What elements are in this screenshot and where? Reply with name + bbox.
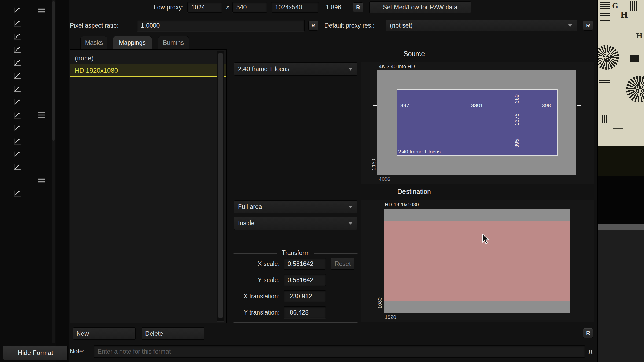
format-list-item-hd1920[interactable]: HD 1920x1080 xyxy=(70,64,226,77)
destination-preview-panel: HD 1920x1080 1080 1920 xyxy=(361,200,594,322)
default-proxy-reset-button[interactable]: R xyxy=(583,21,593,31)
low-proxy-label: Low proxy: xyxy=(134,0,184,14)
curve-icon[interactable] xyxy=(13,71,22,80)
pixel-aspect-input[interactable] xyxy=(137,20,305,31)
source-mapping-select[interactable]: 2.40 frame + focus xyxy=(234,62,357,76)
chart-letter-h: H xyxy=(621,10,628,20)
new-format-button[interactable]: New xyxy=(73,327,136,340)
x-translation-input[interactable] xyxy=(284,290,326,302)
chart-black-patch xyxy=(630,55,639,62)
destination-total-height: 1080 xyxy=(377,295,383,311)
set-medlow-raw-button[interactable]: Set Med/Low for RAW data xyxy=(369,1,471,13)
source-frame-label: 2.40 frame + focus xyxy=(398,149,441,155)
proxy-reset-button[interactable]: R xyxy=(353,2,363,12)
note-input[interactable] xyxy=(94,345,585,358)
curve-icon[interactable] xyxy=(13,98,22,107)
x-scale-input[interactable] xyxy=(284,258,326,270)
chart-line-block xyxy=(630,1,638,11)
y-translation-input[interactable] xyxy=(284,306,326,318)
measure-center-width: 3301 xyxy=(464,102,491,109)
low-proxy-height-input[interactable] xyxy=(232,2,267,13)
pi-symbol[interactable]: π xyxy=(588,345,593,358)
chevron-down-icon xyxy=(568,24,572,27)
viewer-gray-strip xyxy=(598,224,644,230)
measure-center-height: 1376 xyxy=(514,112,520,128)
source-preview-panel: 4K 2.40 into HD 397 3301 398 389 1376 39… xyxy=(361,62,594,184)
destination-fit-select[interactable]: Inside xyxy=(234,217,357,230)
sidebar-scrollbar-thumb[interactable] xyxy=(52,1,55,141)
curve-icon[interactable] xyxy=(13,19,22,28)
x-scale-label: X scale: xyxy=(236,258,280,270)
source-preview-caption: 4K 2.40 into HD xyxy=(379,64,415,69)
chart-letter-h: H xyxy=(636,31,642,40)
curve-icon[interactable] xyxy=(13,150,22,159)
tab-mappings[interactable]: Mappings xyxy=(113,36,152,49)
reset-transform-button[interactable]: Reset xyxy=(331,258,354,270)
destination-area-value: Full area xyxy=(238,203,262,210)
curve-icon[interactable] xyxy=(13,58,22,67)
right-center-tick xyxy=(577,105,581,106)
delete-format-button[interactable]: Delete xyxy=(142,327,204,340)
curve-icon[interactable] xyxy=(13,111,22,120)
sidebar-scrollbar[interactable] xyxy=(52,0,55,343)
tab-masks[interactable]: Masks xyxy=(80,36,107,49)
destination-area-select[interactable]: Full area xyxy=(234,200,357,213)
chart-letter-g: G xyxy=(612,1,618,10)
curve-icon[interactable] xyxy=(13,84,22,94)
y-scale-input[interactable] xyxy=(284,274,326,286)
curve-icon[interactable] xyxy=(13,45,22,54)
footer-reset-button[interactable]: R xyxy=(583,328,593,338)
chart-line-block xyxy=(599,115,607,123)
destination-frame-rect xyxy=(384,221,570,301)
source-frame-rect xyxy=(397,89,558,156)
format-list: (none) HD 1920x1080 xyxy=(70,49,227,323)
note-row-divider xyxy=(69,343,598,343)
format-list-item-none[interactable]: (none) xyxy=(70,52,226,64)
source-title: Source xyxy=(234,50,594,58)
list-menu-icon[interactable] xyxy=(37,112,46,118)
curve-icon[interactable] xyxy=(13,32,22,41)
left-center-tick xyxy=(373,105,377,106)
default-proxy-select[interactable]: (not set) xyxy=(386,20,577,31)
list-menu-icon[interactable] xyxy=(37,177,46,183)
low-proxy-width-input[interactable] xyxy=(187,2,222,13)
measure-left-width: 397 xyxy=(400,102,416,109)
siemens-star xyxy=(626,76,644,102)
multiply-sign: × xyxy=(225,0,231,14)
viewer-dark-band xyxy=(598,146,644,176)
curve-icon[interactable] xyxy=(13,189,22,198)
measure-right-width: 398 xyxy=(535,102,551,109)
format-list-scrollbar-thumb[interactable] xyxy=(218,53,223,318)
destination-preview-caption: HD 1920x1080 xyxy=(385,202,419,208)
pixel-aspect-reset-button[interactable]: R xyxy=(308,21,318,31)
curve-icon[interactable] xyxy=(13,124,22,133)
viewer-background: G H H xyxy=(598,0,644,362)
format-panel: Low proxy: × 1024x540 1.896 R Set Med/Lo… xyxy=(69,0,598,362)
pixel-aspect-label: Pixel aspect ratio: xyxy=(70,20,119,31)
viewer-black-band xyxy=(598,176,644,224)
hide-format-button[interactable]: Hide Format xyxy=(3,346,68,360)
source-mapping-value: 2.40 frame + focus xyxy=(238,65,289,73)
chart-line-block xyxy=(600,13,610,21)
siemens-star xyxy=(598,45,619,70)
destination-fit-value: Inside xyxy=(238,220,254,227)
chart-line-block xyxy=(599,80,610,87)
measure-line-top xyxy=(517,64,517,89)
curve-icon[interactable] xyxy=(13,162,22,172)
chevron-down-icon xyxy=(348,68,353,71)
format-list-scrollbar[interactable] xyxy=(217,51,224,322)
chart-line-block xyxy=(600,2,610,10)
default-proxy-label: Default proxy res.: xyxy=(324,20,375,31)
y-translation-label: Y translation: xyxy=(236,306,280,318)
transform-group: Transform X scale: Reset Y scale: X tran… xyxy=(233,253,358,323)
measure-line-bottom xyxy=(517,156,517,179)
curve-icon[interactable] xyxy=(13,137,22,146)
curve-icon[interactable] xyxy=(13,6,22,15)
tab-burnins[interactable]: Burnins xyxy=(158,36,189,49)
chart-fine-text xyxy=(613,128,623,129)
list-menu-icon[interactable] xyxy=(37,7,46,13)
x-translation-label: X translation: xyxy=(236,290,280,302)
destination-total-width: 1920 xyxy=(385,314,396,320)
chevron-down-icon xyxy=(348,206,353,208)
transform-title: Transform xyxy=(277,249,314,257)
